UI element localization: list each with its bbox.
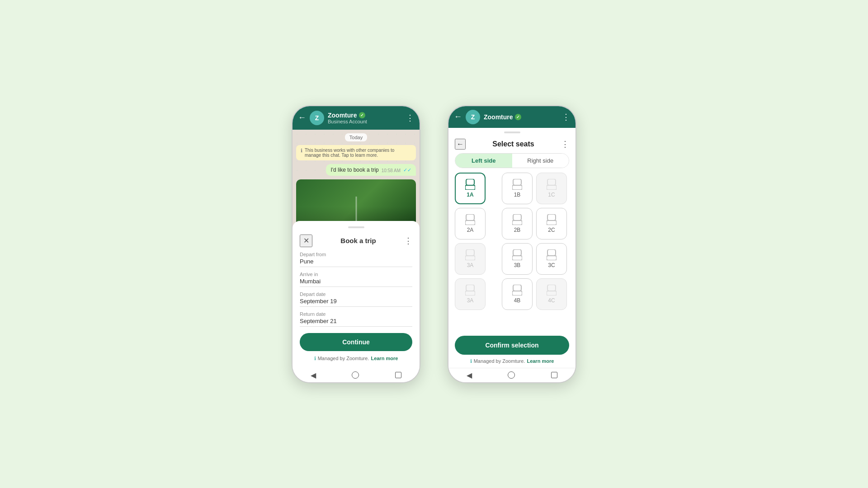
svg-rect-12 bbox=[466, 249, 474, 256]
seat-4A: 3A bbox=[455, 278, 486, 310]
managed-text: Managed by Zoomture. bbox=[318, 356, 369, 361]
phones-container: ← Z Zoomture ✓ Business Account ⋮ Today … bbox=[292, 105, 576, 383]
phone2-nav-bar: ◀ bbox=[448, 368, 576, 382]
seat-3B[interactable]: 3B bbox=[502, 243, 533, 275]
continue-button[interactable]: Continue bbox=[300, 333, 412, 351]
msg-time: 10:58 AM bbox=[382, 168, 401, 173]
svg-rect-3 bbox=[512, 185, 522, 190]
seat-4C-icon bbox=[547, 285, 557, 296]
seat-1C: 1C bbox=[536, 173, 567, 204]
phone2-contact-info: Zoomture ✓ bbox=[484, 113, 558, 121]
svg-rect-11 bbox=[547, 221, 557, 225]
seat-4A-icon bbox=[465, 285, 475, 296]
sheet-menu-icon[interactable]: ⋮ bbox=[404, 236, 412, 246]
seat-2C-label: 2C bbox=[548, 227, 555, 233]
seat-2C[interactable]: 2C bbox=[536, 208, 567, 239]
svg-rect-2 bbox=[513, 179, 521, 185]
svg-rect-13 bbox=[465, 256, 475, 260]
back-icon[interactable]: ← bbox=[298, 113, 306, 122]
seat-3A-label: 3A bbox=[467, 262, 474, 268]
tab-right-side[interactable]: Right side bbox=[512, 154, 569, 168]
svg-rect-19 bbox=[465, 291, 475, 296]
confirm-selection-button[interactable]: Confirm selection bbox=[455, 336, 569, 355]
seat-1A-icon bbox=[465, 179, 475, 190]
seats-screen: ← Select seats ⋮ Left side Right side bbox=[448, 133, 576, 368]
svg-rect-0 bbox=[466, 179, 474, 185]
phone1: ← Z Zoomture ✓ Business Account ⋮ Today … bbox=[292, 105, 420, 383]
sheet-title: Book a trip bbox=[340, 237, 376, 244]
svg-rect-14 bbox=[513, 249, 521, 256]
contact-info: Zoomture ✓ Business Account bbox=[328, 112, 402, 124]
seat-3B-icon bbox=[512, 249, 522, 260]
svg-rect-9 bbox=[512, 221, 522, 225]
seat-3C[interactable]: 3C bbox=[536, 243, 567, 275]
seat-2A[interactable]: 2A bbox=[455, 208, 486, 239]
msg-ticks: ✓✓ bbox=[403, 167, 411, 173]
depart-from-value[interactable]: Pune bbox=[300, 258, 412, 267]
seats-title: Select seats bbox=[470, 140, 557, 148]
phone2-whatsapp-header: ← Z Zoomture ✓ ⋮ bbox=[448, 106, 576, 128]
phone2-menu-icon[interactable]: ⋮ bbox=[562, 112, 570, 122]
nav-back-button[interactable]: ◀ bbox=[311, 371, 316, 380]
arrive-in-group: Arrive in Mumbai bbox=[300, 272, 412, 287]
seat-3B-label: 3B bbox=[514, 262, 521, 268]
contact-name: Zoomture ✓ bbox=[328, 112, 402, 119]
seat-1A[interactable]: 1A bbox=[455, 173, 486, 204]
arrive-in-value[interactable]: Mumbai bbox=[300, 278, 412, 287]
phone1-header: ← Z Zoomture ✓ Business Account ⋮ bbox=[292, 106, 420, 130]
bottom-sheet: ✕ Book a trip ⋮ Depart from Pune Arrive … bbox=[292, 221, 420, 369]
nav-recents-button[interactable] bbox=[395, 372, 401, 378]
svg-rect-6 bbox=[466, 214, 474, 221]
footer-info-icon: ℹ bbox=[314, 356, 316, 361]
phone2-nav-back-button[interactable]: ◀ bbox=[467, 371, 472, 380]
svg-rect-22 bbox=[547, 285, 556, 291]
seat-3C-label: 3C bbox=[548, 262, 555, 268]
seat-4B[interactable]: 4B bbox=[502, 278, 533, 310]
seats-menu-button[interactable]: ⋮ bbox=[561, 139, 569, 149]
seats-header: ← Select seats ⋮ bbox=[448, 133, 576, 153]
arrive-in-label: Arrive in bbox=[300, 272, 412, 277]
menu-icon[interactable]: ⋮ bbox=[406, 113, 414, 123]
seat-2B-label: 2B bbox=[514, 227, 521, 233]
seat-2C-icon bbox=[547, 214, 557, 225]
sheet-handle bbox=[348, 226, 364, 228]
phone2: ← Z Zoomture ✓ ⋮ ← Select seats ⋮ Left s bbox=[448, 105, 576, 383]
seat-4B-label: 4B bbox=[514, 297, 521, 304]
close-button[interactable]: ✕ bbox=[300, 235, 312, 247]
svg-rect-15 bbox=[512, 256, 522, 260]
phone2-managed-footer: ℹ Managed by Zoomture. Learn more bbox=[448, 358, 576, 368]
seat-row-3: 3A 3B 3C bbox=[455, 243, 569, 275]
seat-row-2: 2A 2B 2C bbox=[455, 208, 569, 239]
svg-rect-23 bbox=[547, 291, 557, 296]
seat-2B[interactable]: 2B bbox=[502, 208, 533, 239]
verified-badge: ✓ bbox=[359, 112, 365, 118]
seat-3C-icon bbox=[547, 249, 557, 260]
seat-grid: 1A 1B 1C bbox=[448, 168, 576, 332]
info-bubble: ℹ This business works with other compani… bbox=[296, 145, 416, 160]
seat-row-4: 3A 4B 4C bbox=[455, 278, 569, 310]
phone2-nav-recents-button[interactable] bbox=[551, 372, 557, 378]
seat-1B-label: 1B bbox=[514, 192, 521, 198]
sheet-header: ✕ Book a trip ⋮ bbox=[300, 235, 412, 247]
seat-4B-icon bbox=[512, 285, 522, 296]
managed-footer: ℹ Managed by Zoomture. Learn more bbox=[300, 356, 412, 361]
tab-left-side[interactable]: Left side bbox=[455, 154, 512, 168]
seat-4A-label: 3A bbox=[467, 297, 474, 304]
depart-date-label: Depart date bbox=[300, 291, 412, 297]
seats-back-button[interactable]: ← bbox=[455, 139, 466, 150]
phone2-learn-more-link[interactable]: Learn more bbox=[527, 358, 554, 364]
seat-2B-icon bbox=[512, 214, 522, 225]
info-icon: ℹ bbox=[301, 148, 302, 154]
user-message: I'd like to book a trip 10:58 AM ✓✓ bbox=[326, 164, 416, 176]
depart-date-value[interactable]: September 19 bbox=[300, 298, 412, 307]
return-date-value[interactable]: September 21 bbox=[300, 318, 412, 327]
seat-4C-label: 4C bbox=[548, 297, 555, 304]
svg-rect-20 bbox=[513, 285, 521, 291]
learn-more-link[interactable]: Learn more bbox=[371, 356, 398, 361]
nav-home-button[interactable] bbox=[352, 371, 359, 379]
phone2-back-icon[interactable]: ← bbox=[454, 112, 462, 122]
svg-rect-7 bbox=[465, 221, 475, 225]
avatar: Z bbox=[310, 111, 324, 125]
phone2-nav-home-button[interactable] bbox=[508, 371, 515, 379]
seat-1B[interactable]: 1B bbox=[502, 173, 533, 204]
